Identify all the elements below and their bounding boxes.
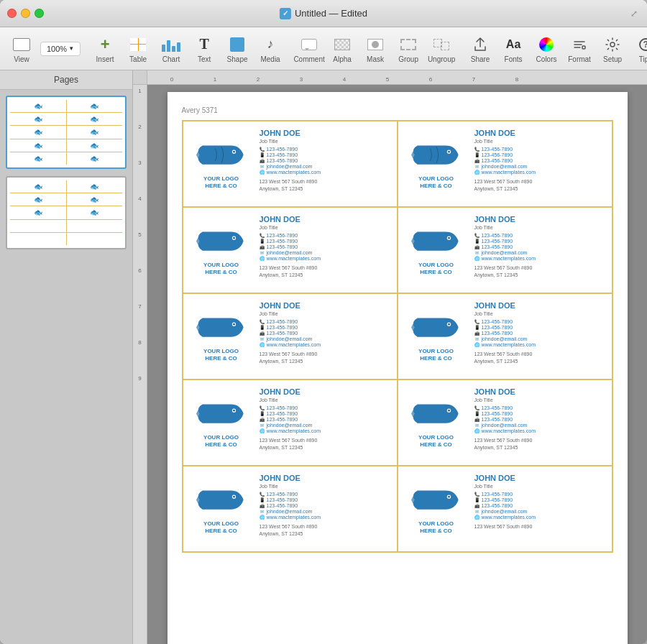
- ruler-mark-5: 5: [366, 76, 409, 83]
- fullscreen-button[interactable]: [35, 9, 44, 18]
- page-1-thumb[interactable]: 🐟 🐟 🐟 🐟 🐟 🐟 🐟 🐟 🐟 🐟: [6, 96, 127, 169]
- ruler-mark-4: 4: [323, 76, 366, 83]
- alpha-button[interactable]: Alpha: [326, 32, 358, 66]
- svg-point-28: [233, 496, 235, 498]
- business-card-6: YOUR LOGOHERE & CO JOHN DOE Job Title 📞1…: [398, 293, 612, 380]
- shape-button[interactable]: Shape: [221, 32, 253, 66]
- card-4-address: 123 West 567 South #890Anytown, ST 12345: [474, 264, 606, 279]
- card-5-right: JOHN DOE Job Title 📞123-456-7890 📱123-45…: [260, 301, 391, 372]
- chart-label: Chart: [162, 55, 180, 63]
- mask-button[interactable]: Mask: [359, 32, 391, 66]
- card-2-logo: YOUR LOGOHERE & CO: [418, 175, 454, 189]
- card-10-email: ✉johndoe@email.com: [474, 509, 606, 514]
- ruler-left-1: 1: [138, 88, 141, 124]
- card-3-phone2: 📱123-456-7890: [260, 239, 391, 244]
- card-6-top: YOUR LOGOHERE & CO JOHN DOE Job Title 📞1…: [404, 301, 606, 372]
- card-7-title: Job Title: [260, 397, 391, 402]
- email-icon-2: ✉: [474, 164, 479, 169]
- card-6-web: 🌐www.mactemplates.com: [474, 342, 606, 347]
- email-icon-3: ✉: [260, 250, 265, 255]
- card-4-logo: YOUR LOGOHERE & CO: [418, 262, 454, 275]
- card-8-web: 🌐www.mactemplates.com: [474, 428, 606, 433]
- fullscreen-icon[interactable]: ⤢: [628, 8, 640, 19]
- card-1-info: 📞 123-456-7890 📱 123-456-7890: [260, 147, 391, 175]
- svg-point-31: [448, 496, 450, 498]
- mobile-icon-1: 📱: [260, 152, 265, 157]
- zoom-control[interactable]: 100% ▼: [39, 39, 82, 59]
- card-9-phone2: 📱123-456-7890: [260, 497, 391, 502]
- ruler-left-8: 8: [138, 339, 141, 375]
- mask-label: Mask: [367, 55, 384, 63]
- ruler-left-9: 9: [138, 375, 141, 411]
- ungroup-button[interactable]: Ungroup: [426, 32, 457, 66]
- text-button[interactable]: T Text: [188, 32, 220, 66]
- minimize-button[interactable]: [21, 9, 30, 18]
- svg-point-13: [448, 237, 450, 239]
- card-5-name: JOHN DOE: [260, 301, 391, 310]
- ruler-markings-top: 0 1 2 3 4 5 6 7 8: [147, 70, 538, 84]
- web-icon-1: 🌐: [260, 170, 265, 175]
- card-7-phone2: 📱123-456-7890: [260, 411, 391, 416]
- view-button[interactable]: View: [6, 32, 37, 66]
- fonts-button[interactable]: Aa Fonts: [497, 32, 529, 66]
- main-window: ✓ Untitled — Edited ⤢ View 100% ▼ + Inse: [0, 0, 647, 644]
- group-button[interactable]: Group: [393, 32, 424, 66]
- chart-icon: [161, 34, 181, 55]
- setup-button[interactable]: Setup: [597, 32, 628, 66]
- fish-svg-4: [411, 225, 462, 257]
- card-2-phone2: 📱123-456-7890: [474, 152, 606, 157]
- card-4-info: 📞123-456-7890 📱123-456-7890 📠123-456-789…: [474, 233, 606, 261]
- media-button[interactable]: ♪ Media: [254, 32, 286, 66]
- colors-button[interactable]: Colors: [531, 32, 562, 66]
- card-4-web: 🌐www.mactemplates.com: [474, 256, 606, 261]
- card-2-right: JOHN DOE Job Title 📞123-456-7890 📱123-45…: [474, 129, 606, 199]
- card-2-info: 📞123-456-7890 📱123-456-7890 📠123-456-789…: [474, 147, 606, 175]
- mobile-icon-3: 📱: [260, 239, 265, 244]
- card-9-title: Job Title: [260, 484, 391, 489]
- card-9-right: JOHN DOE Job Title 📞123-456-7890 📱123-45…: [260, 474, 391, 544]
- share-button[interactable]: Share: [464, 32, 496, 66]
- card-7-web: 🌐www.mactemplates.com: [260, 428, 391, 433]
- chart-button[interactable]: Chart: [155, 32, 187, 66]
- tips-button[interactable]: ? Tips: [630, 32, 647, 66]
- card-10-top: YOUR LOGOHERE & CO JOHN DOE Job Title 📞1…: [404, 474, 606, 544]
- doc-canvas[interactable]: Avery 5371: [147, 85, 647, 644]
- card-3-title: Job Title: [260, 225, 391, 230]
- email-icon-10: ✉: [474, 509, 479, 514]
- business-card-5: YOUR LOGOHERE & CO JOHN DOE Job Title 📞1…: [183, 293, 398, 380]
- thumb-card-6: 🐟: [67, 126, 123, 138]
- content-area: 0 1 2 3 4 5 6 7 8 1 2 3 4 5: [133, 70, 647, 644]
- card-10-title: Job Title: [474, 484, 606, 489]
- card-9-name: JOHN DOE: [260, 474, 391, 482]
- card-10-phone1: 📞123-456-7890: [474, 492, 606, 497]
- card-10-address: 123 West 567 South #890: [474, 523, 606, 530]
- card-7-logo: YOUR LOGOHERE & CO: [203, 434, 239, 448]
- shape-icon: [227, 34, 247, 55]
- close-button[interactable]: [7, 9, 17, 18]
- table-button[interactable]: Table: [122, 32, 154, 66]
- page-2-thumb[interactable]: 🐟 🐟 🐟 🐟 🐟 🐟: [6, 176, 127, 249]
- scroll-area: 1 2 3 4 5 6 7 8 9 Avery 5371: [133, 85, 647, 644]
- svg-point-16: [233, 323, 235, 326]
- window-title: ✓ Untitled — Edited: [280, 8, 367, 19]
- card-7-fax: 📠123-456-7890: [260, 417, 391, 422]
- card-1-web: 🌐 www.mactemplates.com: [260, 170, 391, 175]
- card-7-address: 123 West 567 South #890Anytown, ST 12345: [260, 437, 391, 451]
- card-1-left: YOUR LOGOHERE & CO: [189, 129, 254, 199]
- zoom-dropdown[interactable]: 100% ▼: [40, 42, 81, 56]
- fonts-label: Fonts: [505, 55, 523, 63]
- ruler-left-2: 2: [138, 124, 141, 160]
- card-6-info: 📞123-456-7890 📱123-456-7890 📠123-456-789…: [474, 319, 606, 347]
- card-9-phone1: 📞123-456-7890: [260, 492, 391, 497]
- comment-button[interactable]: Comment: [293, 32, 325, 66]
- thumb2-card-10: [67, 233, 123, 245]
- share-icon: [470, 34, 490, 55]
- insert-button[interactable]: + Insert: [89, 32, 121, 66]
- phone-icon-5: 📞: [260, 319, 265, 324]
- media-label: Media: [260, 55, 280, 63]
- ruler-left-4: 4: [138, 196, 141, 231]
- pages-panel: 1 🐟 🐟 🐟 🐟 🐟 🐟 🐟 🐟 🐟 🐟: [0, 90, 132, 255]
- format-button[interactable]: Format: [564, 32, 595, 66]
- svg-marker-8: [196, 235, 199, 248]
- card-6-phone1: 📞123-456-7890: [474, 319, 606, 324]
